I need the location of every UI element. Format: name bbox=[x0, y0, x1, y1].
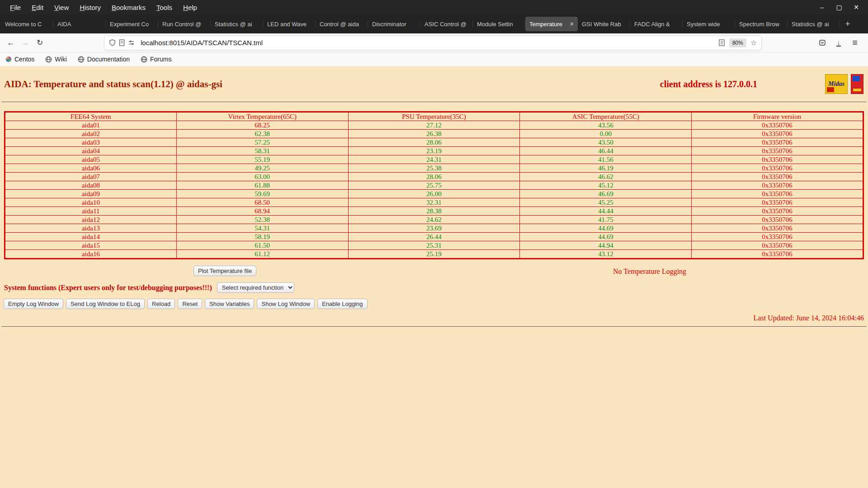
plot-row: Plot Temperature file No Temperature Log… bbox=[0, 266, 868, 278]
psu-temp-cell: 25.19 bbox=[348, 250, 520, 259]
log-action-button[interactable]: Enable Logging bbox=[317, 299, 367, 309]
tab-label: Statistics @ ai bbox=[792, 21, 836, 28]
browser-tab[interactable]: Experiment Co × bbox=[106, 14, 158, 33]
table-row: aida11 68.94 28.38 44.44 0x3350706 bbox=[5, 207, 863, 216]
browser-tab[interactable]: Statistics @ ai × bbox=[211, 14, 263, 33]
browser-tab[interactable]: Control @ aida × bbox=[316, 14, 368, 33]
fee64-system-cell: aida06 bbox=[5, 164, 177, 173]
psu-temp-cell: 26.38 bbox=[348, 130, 520, 138]
app-menu-icon[interactable]: ≡ bbox=[848, 38, 862, 48]
tab-close-icon[interactable]: × bbox=[570, 20, 574, 28]
firmware-version-cell: 0x3350706 bbox=[692, 164, 863, 173]
browser-tab[interactable]: Spectrum Brow × bbox=[735, 14, 788, 33]
close-icon[interactable]: ✕ bbox=[852, 4, 861, 11]
fee64-system-cell: aida16 bbox=[5, 250, 177, 259]
fee64-system-cell: aida01 bbox=[5, 121, 177, 130]
browser-tab[interactable]: Welcome to C × bbox=[1, 14, 53, 33]
menu-item[interactable]: Help bbox=[178, 4, 203, 11]
bookmark-label: Centos bbox=[14, 56, 34, 63]
browser-tab[interactable]: System wide × bbox=[683, 14, 735, 33]
downloads-icon[interactable]: ↓ bbox=[831, 39, 846, 47]
menu-item[interactable]: File bbox=[5, 4, 26, 11]
bookmark-label: Documentation bbox=[87, 56, 130, 63]
browser-tab[interactable]: FADC Align & × bbox=[630, 14, 683, 33]
tab-label: FADC Align & bbox=[634, 21, 679, 28]
fee64-system-cell: aida07 bbox=[5, 173, 177, 181]
pocket-icon[interactable] bbox=[815, 36, 830, 50]
window-controls: – ▢ ✕ bbox=[817, 4, 868, 11]
browser-tab[interactable]: Module Settin × bbox=[473, 14, 525, 33]
browser-tab[interactable]: Temperature × bbox=[525, 17, 578, 31]
page-info-icon[interactable] bbox=[119, 39, 125, 46]
table-row: aida13 54.31 23.69 44.69 0x3350706 bbox=[5, 224, 863, 233]
menu-item[interactable]: View bbox=[49, 4, 74, 11]
psu-temp-cell: 23.19 bbox=[348, 147, 520, 155]
browser-tab[interactable]: ASIC Control @ × bbox=[420, 14, 473, 33]
temperature-table-body: aida01 68.25 27.12 43.56 0x3350706 aida0… bbox=[5, 121, 863, 259]
virtex-temp-cell: 68.50 bbox=[176, 198, 348, 207]
column-header: Virtex Temperature(65C) bbox=[176, 112, 348, 121]
firmware-version-cell: 0x3350706 bbox=[692, 207, 863, 216]
asic-temp-cell: 44.69 bbox=[520, 233, 692, 241]
bookmark-star-icon[interactable]: ☆ bbox=[750, 38, 757, 47]
psu-temp-cell: 25.75 bbox=[348, 181, 520, 190]
menu-item[interactable]: Bookmarks bbox=[106, 4, 151, 11]
asic-temp-cell: 45.12 bbox=[520, 181, 692, 190]
midas-logo: Midas bbox=[825, 74, 848, 94]
bookmarks-toolbar: Centos Wiki Documentation Forums bbox=[0, 52, 868, 66]
url-bar[interactable]: localhost:8015/AIDA/TSCAN/TSCAN.tml 80% … bbox=[104, 36, 762, 50]
zoom-level[interactable]: 80% bbox=[729, 38, 746, 47]
menu-item[interactable]: Edit bbox=[26, 4, 49, 11]
bookmark-label: Forums bbox=[150, 56, 171, 63]
table-row: aida01 68.25 27.12 43.56 0x3350706 bbox=[5, 121, 863, 130]
table-row: aida04 58.31 23.19 46.44 0x3350706 bbox=[5, 147, 863, 155]
table-row: aida10 68.50 32.31 45.25 0x3350706 bbox=[5, 198, 863, 207]
log-action-button[interactable]: Send Log Window to ELog bbox=[66, 299, 145, 309]
minimize-icon[interactable]: – bbox=[817, 4, 826, 11]
bookmark-documentation[interactable]: Documentation bbox=[78, 56, 130, 63]
permissions-icon[interactable] bbox=[128, 39, 135, 46]
bookmark-forums[interactable]: Forums bbox=[141, 56, 171, 63]
tab-label: ASIC Control @ bbox=[425, 21, 469, 28]
firmware-version-cell: 0x3350706 bbox=[692, 233, 863, 241]
function-select[interactable]: Select required function bbox=[217, 282, 294, 293]
bookmark-wiki[interactable]: Wiki bbox=[45, 56, 66, 63]
menu-item[interactable]: Tools bbox=[151, 4, 178, 11]
psu-temp-cell: 25.31 bbox=[348, 241, 520, 250]
browser-tab[interactable]: Discriminator × bbox=[368, 14, 420, 33]
log-action-button[interactable]: Empty Log Window bbox=[4, 299, 63, 309]
log-action-button[interactable]: Show Log Window bbox=[257, 299, 315, 309]
browser-tab[interactable]: Statistics @ ai × bbox=[788, 14, 840, 33]
reader-mode-icon[interactable] bbox=[718, 39, 725, 46]
plot-temperature-button[interactable]: Plot Temperature file bbox=[193, 266, 256, 276]
psu-temp-cell: 24.62 bbox=[348, 216, 520, 224]
forward-icon[interactable]: → bbox=[18, 36, 33, 50]
log-action-button[interactable]: Show Variables bbox=[205, 299, 254, 309]
midas-logo-label: Midas bbox=[828, 80, 844, 88]
new-tab-icon[interactable]: + bbox=[840, 14, 855, 33]
reload-icon[interactable]: ↻ bbox=[33, 36, 47, 50]
maximize-icon[interactable]: ▢ bbox=[835, 4, 844, 11]
fee64-system-cell: aida03 bbox=[5, 138, 177, 147]
temperature-table: FEE64 System Virtex Temperature(65C) PSU… bbox=[4, 111, 864, 259]
browser-tab[interactable]: LED and Wave × bbox=[263, 14, 316, 33]
url-text[interactable]: localhost:8015/AIDA/TSCAN/TSCAN.tml bbox=[141, 39, 718, 47]
divider bbox=[1, 102, 867, 102]
asic-temp-cell: 46.62 bbox=[520, 173, 692, 181]
shield-icon[interactable] bbox=[109, 39, 116, 46]
browser-tab[interactable]: AIDA × bbox=[53, 14, 106, 33]
firmware-version-cell: 0x3350706 bbox=[692, 216, 863, 224]
browser-tab[interactable]: GSI White Rab × bbox=[578, 14, 630, 33]
bookmark-label: Wiki bbox=[55, 56, 66, 63]
back-icon[interactable]: ← bbox=[4, 36, 18, 50]
fee64-system-cell: aida11 bbox=[5, 207, 177, 216]
asic-temp-cell: 46.69 bbox=[520, 190, 692, 198]
log-action-button[interactable]: Reload bbox=[147, 299, 175, 309]
virtex-temp-cell: 68.25 bbox=[176, 121, 348, 130]
log-action-button[interactable]: Reset bbox=[178, 299, 202, 309]
tab-label: Run Control @ bbox=[162, 21, 207, 28]
bookmark-centos[interactable]: Centos bbox=[5, 56, 34, 63]
menu-item[interactable]: History bbox=[74, 4, 106, 11]
last-updated-text: Last Updated: June 14, 2024 16:04:46 bbox=[754, 314, 864, 322]
browser-tab[interactable]: Run Control @ × bbox=[158, 14, 211, 33]
